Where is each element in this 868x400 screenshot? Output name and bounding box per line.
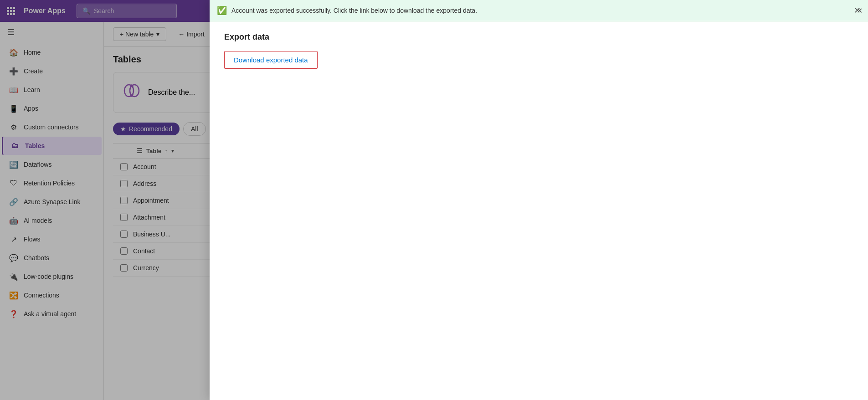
download-label: Download exported data	[234, 56, 308, 64]
export-panel: Export data Download exported data	[210, 21, 868, 80]
download-button[interactable]: Download exported data	[224, 51, 318, 69]
modal-close-button[interactable]: ✕	[854, 5, 861, 15]
success-check-icon: ✅	[217, 5, 227, 15]
modal-overlay: ✕ ✅ Account was exported successfully. C…	[0, 0, 868, 400]
success-message: Account was exported successfully. Click…	[231, 7, 477, 14]
export-title: Export data	[224, 32, 853, 42]
success-banner: ✅ Account was exported successfully. Cli…	[210, 0, 868, 21]
export-modal-panel: ✕ ✅ Account was exported successfully. C…	[210, 0, 868, 400]
